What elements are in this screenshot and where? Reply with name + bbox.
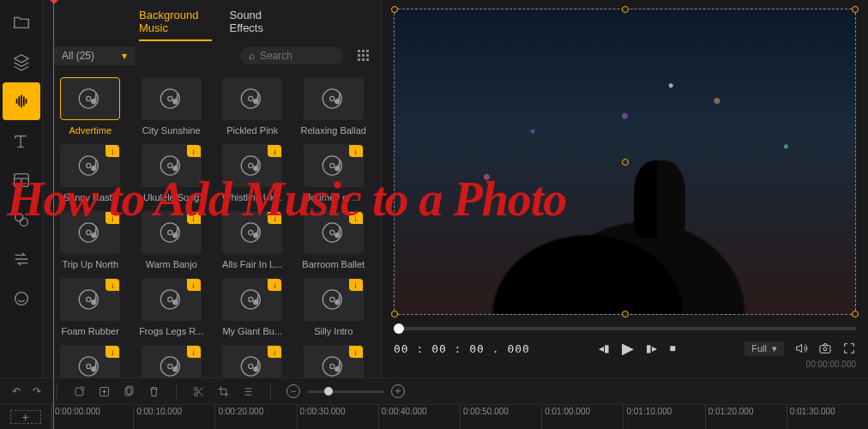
- music-item[interactable]: ↓: [297, 345, 371, 378]
- music-item[interactable]: ↓: [53, 345, 128, 378]
- svg-point-42: [249, 297, 253, 301]
- snapshot-button[interactable]: [818, 341, 832, 355]
- undo-button[interactable]: ↶: [12, 385, 21, 397]
- timeline-ruler[interactable]: 0:00:00.0000:00:10.0000:00:20.0000:00:30…: [51, 405, 868, 429]
- download-badge-icon: ↓: [349, 279, 363, 291]
- split-button[interactable]: [192, 385, 205, 398]
- svg-point-24: [168, 163, 172, 167]
- delete-button[interactable]: [148, 385, 160, 398]
- music-item[interactable]: City Sunshine: [135, 77, 209, 136]
- search-icon: ⌕: [249, 50, 255, 62]
- svg-rect-9: [366, 54, 369, 57]
- svg-rect-12: [366, 58, 369, 61]
- copy-button[interactable]: [123, 385, 136, 398]
- center-anchor[interactable]: [622, 159, 629, 166]
- music-thumb: [142, 77, 202, 120]
- music-item[interactable]: ↓Foam Rubber: [53, 278, 128, 336]
- music-label: Alls Fair In L...: [216, 259, 288, 269]
- svg-point-26: [249, 163, 253, 167]
- svg-point-44: [330, 297, 335, 301]
- timecode: 00 : 00 : 00 . 000: [394, 342, 530, 355]
- zoom-out-button[interactable]: −: [286, 384, 300, 398]
- timeline-tick: 0:00:50.000: [460, 405, 541, 429]
- seek-bar[interactable]: [394, 327, 856, 330]
- svg-rect-8: [362, 54, 365, 57]
- next-frame-button[interactable]: ▮▸: [646, 342, 657, 354]
- svg-point-52: [330, 364, 335, 368]
- seek-knob[interactable]: [394, 323, 404, 334]
- sidebar-mask[interactable]: [3, 280, 40, 317]
- quality-select[interactable]: Full ▾: [744, 341, 784, 356]
- crop-button[interactable]: [217, 385, 230, 398]
- music-item[interactable]: ↓Silly Intro: [297, 278, 371, 336]
- svg-rect-11: [362, 58, 365, 61]
- svg-rect-59: [127, 386, 133, 394]
- filter-dropdown[interactable]: All (25) ▾: [53, 46, 136, 65]
- svg-point-22: [87, 163, 91, 167]
- svg-point-38: [87, 297, 91, 301]
- download-badge-icon: ↓: [268, 346, 281, 358]
- svg-rect-5: [362, 50, 365, 52]
- redo-button[interactable]: ↷: [33, 385, 41, 397]
- music-label: Pickled Pink: [216, 125, 288, 136]
- sidebar-transitions[interactable]: [3, 240, 40, 278]
- zoom-slider[interactable]: [307, 390, 384, 393]
- timeline-tick: 0:01:00.000: [541, 405, 623, 429]
- download-badge-icon: ↓: [187, 145, 201, 157]
- add-track-button[interactable]: +: [10, 410, 41, 424]
- music-label: Barroom Ballet: [298, 259, 370, 269]
- music-item[interactable]: Pickled Pink: [215, 77, 290, 136]
- sidebar-layers[interactable]: [3, 43, 40, 81]
- music-item[interactable]: ↓My Giant Bu...: [215, 278, 290, 336]
- stop-button[interactable]: ■: [669, 342, 675, 354]
- timeline-tick: 0:01:10.000: [623, 405, 704, 429]
- sidebar-audio[interactable]: [3, 82, 40, 120]
- music-grid: AdvertimeCity SunshinePickled PinkRelaxi…: [53, 77, 371, 378]
- panel-tabs: Background Music Sound Effects: [43, 0, 381, 39]
- music-item[interactable]: Relaxing Ballad: [297, 77, 371, 136]
- resize-handle[interactable]: [391, 311, 398, 317]
- music-thumb: ↓: [222, 278, 282, 321]
- font-button[interactable]: [242, 385, 255, 398]
- resize-handle[interactable]: [622, 311, 629, 317]
- volume-button[interactable]: [794, 341, 808, 355]
- search-box[interactable]: ⌕: [240, 47, 343, 64]
- svg-rect-53: [820, 346, 830, 353]
- play-button[interactable]: ▶: [622, 339, 634, 358]
- fullscreen-button[interactable]: [842, 341, 856, 355]
- download-badge-icon: ↓: [187, 346, 201, 358]
- resize-handle[interactable]: [391, 6, 398, 13]
- resize-handle[interactable]: [852, 6, 859, 13]
- music-item[interactable]: ↓: [135, 345, 209, 378]
- svg-point-36: [330, 230, 335, 234]
- sidebar-text[interactable]: [3, 122, 40, 160]
- chevron-down-icon: ▾: [772, 343, 777, 354]
- music-item[interactable]: ↓: [215, 345, 290, 378]
- svg-point-20: [330, 96, 335, 100]
- grid-view-toggle[interactable]: [357, 49, 371, 63]
- timeline[interactable]: + 0:00:00.0000:00:10.0000:00:20.0000:00:…: [0, 405, 868, 429]
- music-label: City Sunshine: [136, 125, 208, 136]
- music-item[interactable]: Advertime: [53, 77, 128, 136]
- zoom-in-button[interactable]: +: [391, 384, 405, 398]
- cut-button[interactable]: [73, 385, 86, 398]
- svg-point-14: [87, 96, 91, 100]
- timeline-tick: 0:00:30.000: [297, 405, 378, 429]
- search-input[interactable]: [260, 50, 329, 62]
- timeline-tick: 0:01:30.000: [787, 405, 868, 429]
- tab-background-music[interactable]: Background Music: [139, 5, 212, 39]
- resize-handle[interactable]: [622, 6, 629, 13]
- music-thumb: ↓: [222, 345, 282, 378]
- add-marker-button[interactable]: [98, 385, 111, 398]
- prev-frame-button[interactable]: ◂▮: [599, 342, 610, 354]
- preview-canvas[interactable]: [394, 9, 856, 315]
- music-label: Foam Rubber: [54, 326, 126, 336]
- svg-point-30: [87, 230, 91, 234]
- download-badge-icon: ↓: [268, 279, 281, 291]
- resize-handle[interactable]: [852, 311, 859, 317]
- tab-sound-effects[interactable]: Sound Effects: [229, 5, 285, 39]
- svg-point-54: [823, 347, 827, 351]
- music-item[interactable]: ↓Frogs Legs R...: [135, 278, 209, 336]
- sidebar-folder[interactable]: [3, 3, 40, 41]
- svg-point-46: [87, 364, 91, 368]
